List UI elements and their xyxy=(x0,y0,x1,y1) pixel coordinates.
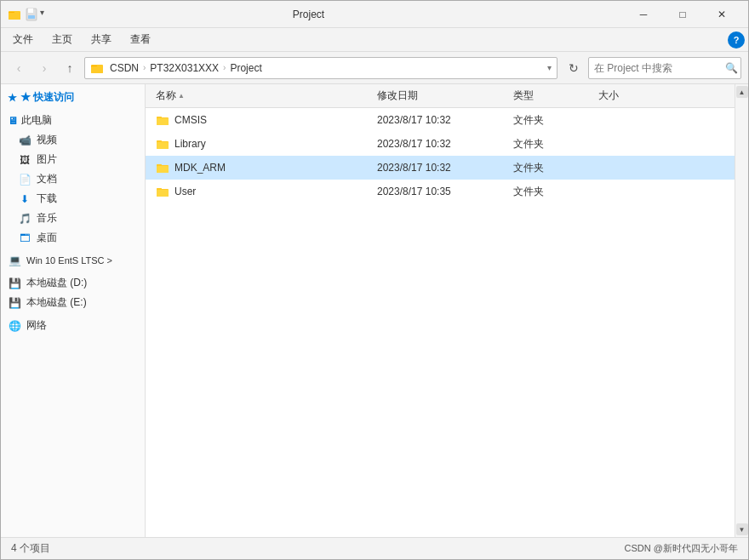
toolbar: ‹ › ↑ CSDN › PT32X031XXX › Project ▾ ↻ 🔍 xyxy=(1,52,748,84)
sidebar-item-videos[interactable]: 📹 视频 xyxy=(1,130,145,150)
search-input[interactable] xyxy=(594,62,722,74)
up-button[interactable]: ↑ xyxy=(59,57,81,79)
table-row[interactable]: Library 2023/8/17 10:32 文件夹 xyxy=(146,132,735,156)
file-name-cmsis: CMSIS xyxy=(152,113,374,127)
status-count: 4 个项目 xyxy=(11,541,625,556)
help-button[interactable]: ? xyxy=(728,31,745,49)
picture-icon: 🖼 xyxy=(18,153,31,167)
file-rows: CMSIS 2023/8/17 10:32 文件夹 Library xyxy=(146,108,735,537)
drive-e-label: 本地磁盘 (E:) xyxy=(26,295,87,310)
address-folder-icon xyxy=(90,61,104,75)
maximize-button[interactable]: □ xyxy=(663,1,702,28)
explorer-window: ▾ Project ─ □ ✕ 文件 主页 共享 查看 ? ‹ › ↑ CS xyxy=(0,0,749,560)
sidebar-section-os: 💻 Win 10 EntS LTSC > xyxy=(1,251,145,270)
sidebar-item-documents[interactable]: 📄 文档 xyxy=(1,169,145,189)
music-label: 音乐 xyxy=(37,211,57,226)
svg-rect-8 xyxy=(91,66,103,73)
file-date-library: 2023/8/17 10:32 xyxy=(374,138,510,150)
col-header-size[interactable]: 大小 xyxy=(595,89,663,103)
minimize-button[interactable]: ─ xyxy=(624,1,663,28)
downloads-label: 下载 xyxy=(37,191,57,206)
content-area: ★ ★ 快速访问 🖥 此电脑 📹 视频 🖼 图片 xyxy=(1,84,748,537)
scroll-up-button[interactable]: ▲ xyxy=(736,86,748,98)
menu-share[interactable]: 共享 xyxy=(83,29,120,50)
folder-icon-library xyxy=(156,137,169,151)
sidebar-item-pictures[interactable]: 🖼 图片 xyxy=(1,150,145,169)
file-name-library: Library xyxy=(152,137,374,151)
folder-icon-cmsis xyxy=(156,113,169,127)
refresh-button[interactable]: ↻ xyxy=(563,57,585,79)
forward-button[interactable]: › xyxy=(33,57,55,79)
address-breadcrumb: CSDN › PT32X031XXX › Project xyxy=(107,61,265,75)
svg-rect-11 xyxy=(157,118,169,125)
svg-rect-14 xyxy=(157,142,169,149)
quickaccess-label: ★ 快速访问 xyxy=(20,90,74,105)
sidebar: ★ ★ 快速访问 🖥 此电脑 📹 视频 🖼 图片 xyxy=(1,84,146,537)
search-bar[interactable]: 🔍 xyxy=(588,57,741,79)
table-row[interactable]: MDK_ARM 2023/8/17 10:32 文件夹 xyxy=(146,156,735,180)
breadcrumb-pt32[interactable]: PT32X031XXX xyxy=(147,61,221,75)
sidebar-item-quickaccess[interactable]: ★ ★ 快速访问 xyxy=(1,88,145,107)
sidebar-item-desktop[interactable]: 🗔 桌面 xyxy=(1,228,145,248)
folder-icon-user xyxy=(156,185,169,198)
network-icon: 🌐 xyxy=(8,319,21,333)
video-icon: 📹 xyxy=(18,134,31,147)
address-bar[interactable]: CSDN › PT32X031XXX › Project ▾ xyxy=(84,57,557,79)
scroll-down-button[interactable]: ▼ xyxy=(736,523,748,535)
music-icon: 🎵 xyxy=(18,212,31,226)
right-scroll-area: ▲ ▼ xyxy=(735,84,748,537)
file-name-user: User xyxy=(152,185,374,198)
star-icon: ★ xyxy=(8,92,17,104)
sidebar-section-network: 🌐 网络 xyxy=(1,316,145,335)
menu-bar: 文件 主页 共享 查看 ? xyxy=(1,28,748,52)
sort-icon-name: ▲ xyxy=(178,92,185,100)
pictures-label: 图片 xyxy=(37,152,57,167)
sidebar-item-drive-e[interactable]: 💾 本地磁盘 (E:) xyxy=(1,293,145,312)
sidebar-item-drive-d[interactable]: 💾 本地磁盘 (D:) xyxy=(1,273,145,293)
sidebar-section-thispc: 🖥 此电脑 📹 视频 🖼 图片 📄 文档 ⬇ 下载 xyxy=(1,111,145,248)
status-bar: 4 个项目 CSDN @新时代四无小哥年 xyxy=(1,537,748,559)
file-name-mdkarm: MDK_ARM xyxy=(152,161,374,174)
file-type-mdkarm: 文件夹 xyxy=(510,161,595,175)
file-date-mdkarm: 2023/8/17 10:32 xyxy=(374,162,510,174)
col-header-name[interactable]: 名称 ▲ xyxy=(152,89,374,103)
file-type-user: 文件夹 xyxy=(510,185,595,199)
status-right: CSDN @新时代四无小哥年 xyxy=(625,542,738,555)
sidebar-item-music[interactable]: 🎵 音乐 xyxy=(1,209,145,228)
file-type-library: 文件夹 xyxy=(510,137,595,151)
address-dropdown-icon[interactable]: ▾ xyxy=(547,63,552,72)
table-row[interactable]: User 2023/8/17 10:35 文件夹 xyxy=(146,180,735,203)
computer-icon: 🖥 xyxy=(8,115,18,127)
title-controls: ─ □ ✕ xyxy=(624,1,741,28)
menu-file[interactable]: 文件 xyxy=(4,29,42,50)
sidebar-item-network[interactable]: 🌐 网络 xyxy=(1,316,145,335)
network-label: 网络 xyxy=(26,318,47,333)
breadcrumb-csdn[interactable]: CSDN xyxy=(107,61,141,75)
column-headers: 名称 ▲ 修改日期 类型 大小 xyxy=(146,84,735,108)
file-date-user: 2023/8/17 10:35 xyxy=(374,186,510,197)
menu-view[interactable]: 查看 xyxy=(122,29,159,50)
videos-label: 视频 xyxy=(37,133,57,147)
breadcrumb-project[interactable]: Project xyxy=(227,61,264,75)
col-header-type[interactable]: 类型 xyxy=(510,89,595,103)
document-icon: 📄 xyxy=(18,173,31,186)
file-type-cmsis: 文件夹 xyxy=(510,113,595,128)
sidebar-section-drives: 💾 本地磁盘 (D:) 💾 本地磁盘 (E:) xyxy=(1,273,145,312)
sidebar-item-downloads[interactable]: ⬇ 下载 xyxy=(1,189,145,209)
search-icon[interactable]: 🔍 xyxy=(725,62,738,74)
title-bar: ▾ Project ─ □ ✕ xyxy=(1,1,748,28)
back-button[interactable]: ‹ xyxy=(8,57,30,79)
sidebar-item-os[interactable]: 💻 Win 10 EntS LTSC > xyxy=(1,251,145,270)
file-list: 名称 ▲ 修改日期 类型 大小 xyxy=(146,84,735,537)
table-row[interactable]: CMSIS 2023/8/17 10:32 文件夹 xyxy=(146,108,735,132)
menu-home[interactable]: 主页 xyxy=(43,29,81,50)
sidebar-item-thispc[interactable]: 🖥 此电脑 xyxy=(1,111,145,130)
close-button[interactable]: ✕ xyxy=(702,1,741,28)
desktop-icon: 🗔 xyxy=(18,231,31,245)
svg-rect-17 xyxy=(157,166,169,173)
file-date-cmsis: 2023/8/17 10:32 xyxy=(374,114,510,126)
col-header-date[interactable]: 修改日期 xyxy=(374,89,510,103)
os-icon: 💻 xyxy=(8,254,21,267)
documents-label: 文档 xyxy=(37,172,57,186)
drive-e-icon: 💾 xyxy=(8,296,21,310)
